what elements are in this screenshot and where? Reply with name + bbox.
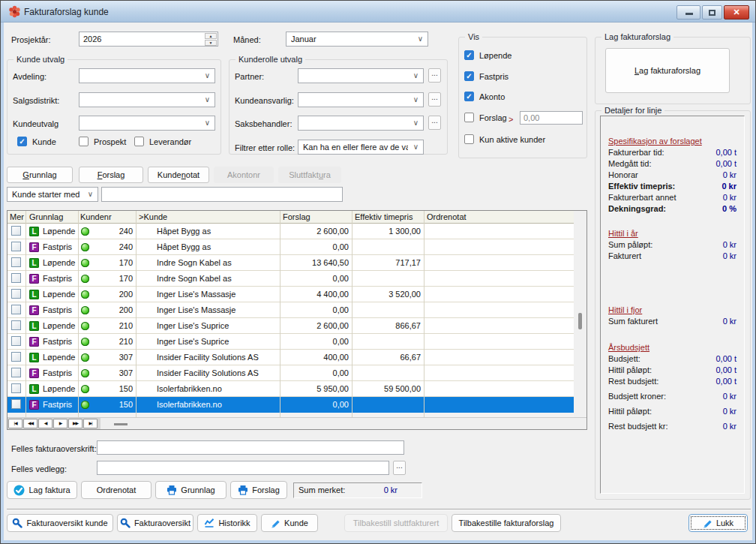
table-row[interactable]: FFastpris210Inger Lise's Suprice0,00 [8,334,574,350]
table-row[interactable]: FFastpris170Indre Sogn Kabel as0,00 [8,271,574,287]
tab-kundenotat[interactable]: Kundenotat [148,167,209,183]
felles-overskrift-input[interactable] [97,440,404,455]
nav-first-button[interactable]: |◀ [8,419,22,428]
table-row-selected[interactable]: FFastpris150Isolerfabrikken.no0,00 [8,397,574,413]
tilbakestille-fakturaforslag-button[interactable]: Tilbakestille fakturaforslag [452,514,561,532]
checkbox-leverand-r[interactable]: Leverandør [134,137,191,146]
chevron-down-icon: ∨ [201,94,214,106]
table-row[interactable]: LLøpende170Indre Sogn Kabel as13 640,507… [8,255,574,271]
column-header-mer[interactable]: Mer [10,212,24,221]
row-mark-checkbox[interactable] [11,289,21,299]
lukk-button[interactable]: Lukk [688,514,748,532]
felles-vedlegg-input[interactable] [97,461,389,475]
minimize-button[interactable] [676,5,700,20]
table-row[interactable]: LLøpende240Håpet Bygg as2 600,001 300,00 [8,224,574,239]
column-header-ordrenotat[interactable]: Ordrenotat [427,212,466,221]
table-row[interactable]: LLøpende200Inger Lise's Massasje4 400,00… [8,287,574,302]
checkbox-kunde[interactable]: ✓Kunde [17,137,56,146]
grunnlag-button[interactable]: Grunnlag [155,481,226,499]
fastpris-badge-icon: F [29,242,39,252]
table-row[interactable]: LLøpende307Insider Facility Solutions AS… [8,350,574,365]
spin-up-icon[interactable]: ▲ [205,33,217,39]
column-header-effektiv-timepris[interactable]: Effektiv timepris [355,212,412,221]
row-mark-checkbox[interactable] [11,336,21,346]
row-mark-checkbox[interactable] [11,368,21,377]
partner-browse-button[interactable]: ... [428,68,441,83]
tab-grunnlag[interactable]: Grunnlag [7,167,73,183]
saksbehandler-combo[interactable]: ∨ [298,116,424,131]
maned-label: Måned: [233,35,261,44]
checkbox-prospekt[interactable]: Prospekt [79,137,126,146]
table-row[interactable]: LLøpende210Inger Lise's Suprice2 600,008… [8,318,574,334]
forslag-threshold-input[interactable] [520,111,583,125]
column-header-kundenr[interactable]: Kundenr [80,212,112,221]
row-mark-checkbox[interactable] [11,226,21,236]
prosjektar-spinedit[interactable]: ▲ ▼ [79,32,218,47]
row-mark-checkbox[interactable] [11,383,21,393]
table-row[interactable]: FFastpris307Insider Facility Solutions A… [8,365,574,381]
row-mark-checkbox[interactable] [11,242,21,251]
checkbox-vis-akonto[interactable]: ✓Akonto [464,92,505,101]
row-mark-checkbox[interactable] [11,273,21,283]
ordrenotat-button[interactable]: Ordrenotat [81,481,152,499]
avdeling-combo[interactable]: ∨ [79,68,215,83]
table-row[interactable]: LLøpende150Isolerfabrikken.no5 950,0059 … [8,381,574,397]
checkbox-vis-fastpris[interactable]: ✓Fastpris [464,71,508,81]
checkbox-vis-forslag[interactable]: Forslag [464,113,507,122]
detail-row-honorar: Honorar0 kr [608,170,736,181]
row-mark-checkbox[interactable] [11,399,21,409]
partner-combo[interactable]: ∨ [298,68,424,83]
column-header-grunnlag[interactable]: Grunnlag [29,212,63,221]
column-header-kunde[interactable]: >Kunde [139,212,167,221]
lag-faktura-button[interactable]: Lag faktura [7,481,77,499]
horizontal-scrollbar[interactable]: |◀◀◀◀▶▶▶▶| [8,417,586,429]
nav-next-page-button[interactable]: ▶▶ [68,419,82,428]
salgsdistrikt-combo[interactable]: ∨ [79,92,215,107]
kundeansvarlig-browse-button[interactable]: ... [428,92,441,107]
fakturaoversikt-button[interactable]: Fakturaoversikt [117,514,194,532]
nav-prev-button[interactable]: ◀ [38,419,52,428]
fakturaoversikt-kunde-button[interactable]: Fakturaoversikt kunde [7,514,113,532]
table-row[interactable]: FFastpris240Håpet Bygg as0,00 [8,239,574,255]
row-mark-checkbox[interactable] [11,257,21,267]
kundeutvalg-combo[interactable]: ∨ [79,116,215,131]
row-mark-checkbox[interactable] [11,305,21,314]
spin-down-icon[interactable]: ▼ [205,40,217,46]
horizontal-scrollbar-thumb[interactable] [114,423,128,425]
vedlegg-browse-button[interactable]: ... [393,461,406,475]
vertical-scrollbar[interactable] [574,211,586,417]
lopende-badge-icon: L [29,258,39,268]
maximize-button[interactable] [702,5,722,20]
kunde-button[interactable]: Kunde [261,514,318,532]
checkbox-vis-l-pende[interactable]: ✓Løpende [464,50,512,60]
lag-fakturaforslag-button[interactable]: Lag fakturaforslag [605,48,730,93]
maned-combo[interactable]: Januar ∨ [286,32,428,47]
nav-next-button[interactable]: ▶ [53,419,68,428]
kundeansvarlig-combo[interactable]: ∨ [298,92,424,107]
filter-mode-combo[interactable]: Kunde starter med ∨ [7,187,98,202]
filtrer-rolle-combo[interactable]: Kan ha en eller flere av de valg ∨ [298,140,424,155]
unchecked-checkbox-icon [134,137,144,146]
grid-line [136,211,136,417]
table-row[interactable]: FFastpris200Inger Lise's Massasje0,00 [8,302,574,318]
forslag-button[interactable]: Forslag [230,481,287,499]
vertical-scrollbar-thumb[interactable] [578,313,582,329]
row-mark-checkbox[interactable] [11,352,21,362]
filter-text-input[interactable] [101,187,343,202]
row-mark-checkbox[interactable] [11,320,21,330]
column-header-forslag[interactable]: Forslag [283,212,310,221]
detail-value: 0,00 t [716,376,736,387]
nav-prev-page-button[interactable]: ◀◀ [23,419,38,428]
grid-header[interactable]: MerGrunnlagKundenr>KundeForslagEffektiv … [8,211,574,224]
status-green-ball-icon [81,353,89,362]
saksbehandler-browse-button[interactable]: ... [428,116,441,130]
checkbox-vis-kun-aktive-kunder[interactable]: Kun aktive kunder [464,134,545,144]
tab-forslag[interactable]: Forslag [79,167,143,183]
button-label: Fakturaoversikt kunde [26,518,107,527]
nav-last-button[interactable]: ▶| [83,419,98,428]
historikk-button[interactable]: Historikk [197,514,257,532]
chevron-down-icon: ∨ [410,141,422,153]
title-bar[interactable]: Fakturaforslag kunde ✕ [1,1,755,23]
prosjektar-input[interactable] [80,32,200,46]
close-button[interactable]: ✕ [724,5,749,20]
